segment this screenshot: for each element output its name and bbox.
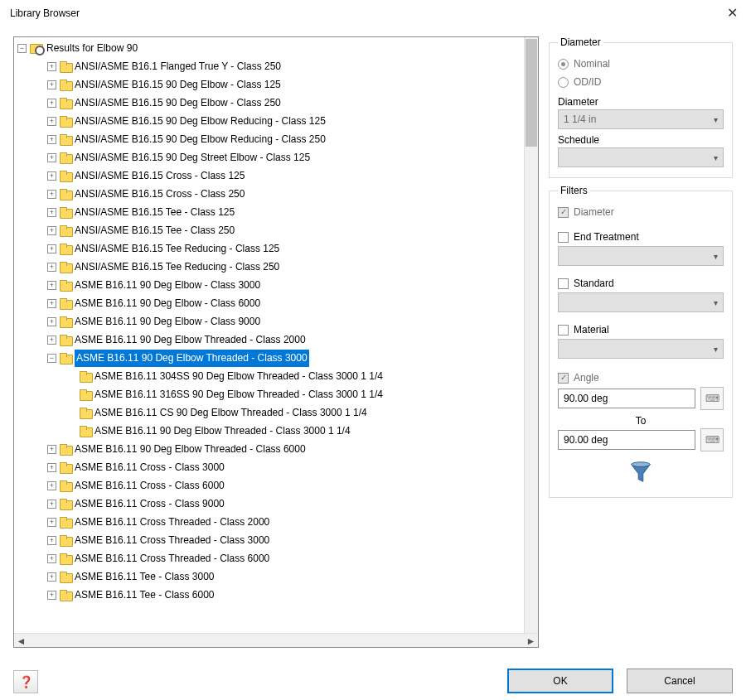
expander-icon[interactable]: − [17, 44, 27, 53]
folder-icon [80, 408, 91, 418]
expander-icon[interactable]: + [47, 463, 56, 472]
ok-button[interactable]: OK [507, 669, 613, 693]
folder-icon [80, 389, 91, 399]
expander-icon[interactable]: + [47, 481, 56, 490]
folder-icon [60, 116, 71, 126]
horizontal-scrollbar[interactable]: ◄ ► [14, 633, 538, 647]
expander-icon[interactable]: + [47, 317, 56, 326]
expander-icon[interactable]: + [47, 445, 56, 454]
tree-node[interactable]: + ANSI/ASME B16.15 Tee Reducing - Class … [17, 258, 538, 276]
tree-node[interactable]: + ANSI/ASME B16.15 Tee Reducing - Class … [17, 239, 538, 258]
tree-node[interactable]: + ANSI/ASME B16.15 90 Deg Street Elbow -… [17, 148, 538, 167]
expander-icon[interactable]: + [47, 263, 56, 272]
tree-node[interactable]: + ANSI/ASME B16.15 90 Deg Elbow Reducing… [17, 130, 538, 148]
expander-icon[interactable]: + [47, 572, 56, 582]
calculator-button[interactable]: ⌨ [700, 428, 724, 451]
tree-node[interactable]: + ANSI/ASME B16.15 Tee - Class 125 [17, 203, 538, 221]
standard-combo[interactable]: ▾ [558, 292, 724, 312]
end-treatment-combo[interactable]: ▾ [558, 246, 724, 266]
tree-node[interactable]: + ASME B16.11 90 Deg Elbow - Class 3000 [17, 276, 538, 294]
tree-node[interactable]: + ANSI/ASME B16.15 Cross - Class 250 [17, 185, 538, 203]
tree-node[interactable]: + ASME B16.11 Cross - Class 3000 [17, 458, 538, 476]
expander-icon[interactable]: + [47, 208, 56, 217]
radio-nominal[interactable] [558, 59, 569, 70]
expander-icon[interactable]: + [47, 518, 56, 527]
expander-icon[interactable]: + [47, 591, 56, 600]
expander-icon[interactable]: + [47, 536, 56, 545]
scroll-left-icon[interactable]: ◄ [14, 634, 28, 648]
expander-icon[interactable]: + [47, 244, 56, 253]
tree-node[interactable]: ASME B16.11 CS 90 Deg Elbow Threaded - C… [17, 403, 538, 422]
tree-node[interactable]: + ANSI/ASME B16.15 Tee - Class 250 [17, 221, 538, 239]
folder-icon [60, 280, 71, 290]
expander-icon[interactable]: − [47, 354, 56, 363]
tree-node[interactable]: + ANSI/ASME B16.15 Cross - Class 125 [17, 167, 538, 185]
angle-from-input[interactable]: 90.00 deg [558, 389, 695, 408]
tree-node[interactable]: + ASME B16.11 Cross Threaded - Class 600… [17, 549, 538, 567]
expander-icon[interactable]: + [47, 299, 56, 308]
check-end-treatment-label: End Treatment [574, 231, 639, 243]
tree-node[interactable]: + ANSI/ASME B16.15 90 Deg Elbow Reducing… [17, 112, 538, 130]
tree-node[interactable]: + ASME B16.11 Cross - Class 9000 [17, 495, 538, 513]
expander-icon[interactable]: + [47, 80, 56, 89]
tree-node[interactable]: ASME B16.11 304SS 90 Deg Elbow Threaded … [17, 367, 538, 385]
tree-node[interactable]: + ASME B16.11 90 Deg Elbow - Class 9000 [17, 312, 538, 331]
tree-node-label: ANSI/ASME B16.1 Flanged True Y - Class 2… [75, 58, 281, 75]
schedule-combo[interactable]: ▾ [558, 147, 724, 167]
vertical-scrollbar[interactable] [524, 37, 538, 633]
check-end-treatment[interactable] [558, 232, 569, 243]
filter-icon[interactable] [628, 460, 653, 487]
folder-icon [60, 207, 71, 217]
tree-node[interactable]: + ASME B16.11 Cross Threaded - Class 300… [17, 531, 538, 549]
tree-node[interactable]: + ASME B16.11 90 Deg Elbow - Class 6000 [17, 294, 538, 312]
check-standard[interactable] [558, 278, 569, 289]
expander-icon[interactable]: + [47, 190, 56, 199]
chevron-down-icon: ▾ [714, 345, 718, 354]
check-diameter[interactable] [558, 207, 569, 218]
folder-icon [60, 80, 71, 89]
tree-node[interactable]: ASME B16.11 90 Deg Elbow Threaded - Clas… [17, 422, 538, 440]
radio-odid-label: OD/ID [574, 76, 601, 88]
tree-node[interactable]: ASME B16.11 316SS 90 Deg Elbow Threaded … [17, 385, 538, 403]
diameter-label: Diameter [558, 96, 724, 108]
close-icon[interactable]: ✕ [727, 5, 738, 21]
check-angle[interactable] [558, 373, 569, 384]
tree-node[interactable]: − ASME B16.11 90 Deg Elbow Threaded - Cl… [17, 349, 538, 367]
expander-icon[interactable]: + [47, 500, 56, 509]
check-material[interactable] [558, 325, 569, 336]
scroll-right-icon[interactable]: ► [524, 634, 538, 648]
radio-odid[interactable] [558, 77, 569, 88]
cancel-button[interactable]: Cancel [627, 669, 733, 693]
expander-icon[interactable]: + [47, 135, 56, 144]
radio-nominal-label: Nominal [574, 58, 610, 70]
tree-node[interactable]: + ASME B16.11 Tee - Class 6000 [17, 586, 538, 604]
expander-icon[interactable]: + [47, 226, 56, 235]
tree-node[interactable]: + ASME B16.11 90 Deg Elbow Threaded - Cl… [17, 440, 538, 458]
tree-node[interactable]: + ASME B16.11 Tee - Class 3000 [17, 567, 538, 586]
help-button[interactable]: ❓ [13, 670, 38, 693]
tree-node-label: ASME B16.11 90 Deg Elbow - Class 9000 [75, 313, 260, 331]
expander-icon[interactable]: + [47, 554, 56, 563]
angle-to-input[interactable]: 90.00 deg [558, 430, 695, 450]
expander-icon[interactable]: + [47, 153, 56, 162]
folder-icon [60, 225, 71, 235]
tree-node[interactable]: + ANSI/ASME B16.1 Flanged True Y - Class… [17, 57, 538, 75]
expander-icon[interactable]: + [47, 171, 56, 181]
expander-icon[interactable]: + [47, 99, 56, 108]
calculator-button[interactable]: ⌨ [700, 387, 724, 410]
diameter-combo[interactable]: 1 1/4 in ▾ [558, 109, 724, 129]
material-combo[interactable]: ▾ [558, 339, 724, 359]
expander-icon[interactable]: + [47, 281, 56, 290]
chevron-down-icon: ▾ [714, 153, 718, 162]
tree-node[interactable]: + ANSI/ASME B16.15 90 Deg Elbow - Class … [17, 94, 538, 112]
tree-root[interactable]: − Results for Elbow 90 [17, 39, 538, 57]
scrollbar-thumb[interactable] [526, 39, 537, 147]
tree-node[interactable]: + ASME B16.11 90 Deg Elbow Threaded - Cl… [17, 331, 538, 349]
expander-icon[interactable]: + [47, 336, 56, 345]
expander-icon[interactable]: + [47, 117, 56, 126]
tree-node[interactable]: + ASME B16.11 Cross Threaded - Class 200… [17, 513, 538, 531]
tree-view[interactable]: − Results for Elbow 90 + ANSI/ASME B16.1… [13, 36, 539, 648]
tree-node[interactable]: + ANSI/ASME B16.15 90 Deg Elbow - Class … [17, 75, 538, 94]
expander-icon[interactable]: + [47, 62, 56, 71]
tree-node[interactable]: + ASME B16.11 Cross - Class 6000 [17, 476, 538, 495]
